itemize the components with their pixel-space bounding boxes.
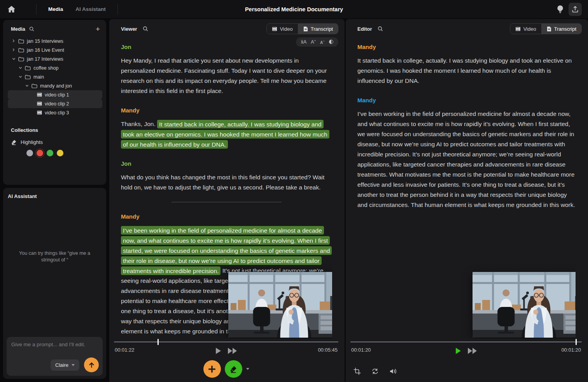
transcript-text[interactable]: I’ve been working in the field of person… [357, 110, 575, 208]
chevron-icon[interactable] [25, 84, 29, 88]
media-panel: Media + jan 15 Interviewsjan 16 Live Eve… [3, 20, 106, 185]
ai-prompt-input[interactable] [11, 342, 98, 357]
tree-item-label: coffee shop [33, 65, 58, 71]
play-icon[interactable] [216, 348, 221, 354]
viewer-playhead[interactable] [158, 339, 159, 345]
highlight-options-caret-icon[interactable] [246, 368, 249, 370]
contrast-icon[interactable] [329, 40, 333, 44]
add-to-editor-button[interactable] [203, 360, 221, 378]
play-icon[interactable] [456, 348, 461, 354]
tree-folder-jan-15-interviews[interactable]: jan 15 Interviews [8, 37, 102, 46]
editor-timeline-track[interactable] [350, 342, 582, 342]
font-increase-icon[interactable]: A+ [311, 39, 316, 45]
chevron-icon[interactable] [18, 75, 22, 79]
divider [36, 4, 37, 14]
transcript-paragraph[interactable]: Thanks, Jon. It started back in college,… [121, 119, 332, 149]
search-icon[interactable] [143, 26, 148, 32]
tree-clip-video-clip-3[interactable]: video clip 3 [8, 108, 102, 117]
sidebar: Media + jan 15 Interviewsjan 16 Live Eve… [0, 19, 108, 382]
tree-clip-video-clip-1[interactable]: video clip 1 [8, 90, 102, 99]
editor-playhead[interactable] [576, 339, 577, 345]
divider [117, 4, 118, 14]
film-icon [515, 27, 521, 31]
search-icon[interactable] [29, 26, 34, 32]
tab-media[interactable]: Media [42, 6, 69, 12]
transcript-text[interactable]: Thanks, Jon. [121, 121, 157, 127]
viewer-view-toggle: Video Transcript [266, 23, 338, 34]
ai-assistant-panel: AI Assistant You can try things like “gi… [3, 188, 106, 379]
add-media-button[interactable]: + [96, 25, 100, 33]
tree-item-label: video clip 1 [45, 92, 69, 98]
viewer-video-tab[interactable]: Video [267, 24, 298, 34]
tree-item-label: jan 16 Live Event [27, 47, 64, 53]
viewer-video-thumbnail[interactable] [228, 272, 332, 338]
chevron-icon[interactable] [12, 48, 16, 52]
model-select-button[interactable]: Claire [51, 359, 79, 371]
tree-item-label: mandy and jon [40, 83, 72, 89]
swap-icon[interactable] [371, 368, 379, 375]
collection-label: Highlights [21, 139, 43, 145]
chevron-icon[interactable] [18, 66, 22, 70]
editor-video-thumbnail[interactable] [472, 272, 576, 338]
highlight-button[interactable] [225, 360, 242, 378]
media-panel-title: Media [11, 26, 25, 32]
menu-icon[interactable] [22, 6, 31, 12]
tree-folder-coffee-shop[interactable]: coffee shop [8, 63, 102, 72]
tree-folder-mandy-and-jon[interactable]: mandy and jon [8, 81, 102, 90]
highlight-color-dot-2[interactable] [47, 150, 53, 156]
send-prompt-button[interactable] [84, 357, 99, 372]
editor-video-tab[interactable]: Video [510, 24, 541, 34]
tree-item-label: jan 17 Interviews [27, 56, 63, 62]
editor-transcript-tab[interactable]: Transcript [541, 24, 581, 34]
document-icon [303, 26, 308, 32]
home-icon[interactable] [8, 6, 15, 12]
video-tab-label: Video [523, 26, 536, 32]
fast-forward-icon[interactable] [468, 348, 477, 354]
transcript-tab-label: Transcript [311, 26, 333, 32]
transcript-text[interactable]: It started back in college, actually. I … [357, 57, 572, 84]
chevron-icon[interactable] [12, 39, 16, 43]
speaker-label: Mandy [121, 105, 332, 116]
volume-icon[interactable] [389, 368, 397, 375]
transcript-text[interactable]: What do you think has changed the most i… [121, 174, 324, 191]
tree-folder-main[interactable]: main [8, 72, 102, 81]
transcript-paragraph[interactable]: Hey Mandy, I read that article you sent … [121, 56, 332, 96]
model-name: Claire [55, 362, 68, 368]
tree-item-label: video clip 2 [45, 101, 69, 107]
document-icon [547, 26, 551, 32]
folder-icon [18, 48, 24, 53]
project-title: Personalized Medicine Documentary [245, 6, 343, 12]
editor-title: Editor [357, 26, 372, 32]
transcript-paragraph[interactable]: What do you think has changed the most i… [121, 172, 332, 193]
collection-highlights[interactable]: Highlights [11, 139, 102, 145]
highlight-color-dots [26, 150, 102, 156]
transcript-tab-label: Transcript [554, 26, 576, 32]
font-decrease-icon[interactable]: A− [320, 40, 325, 44]
editor-footer: 00:01:20 00:01:20 [350, 338, 582, 382]
tab-ai-assistant[interactable]: AI Assistant [69, 6, 112, 12]
tree-folder-jan-17-interviews[interactable]: jan 17 Interviews [8, 54, 102, 63]
chevron-icon[interactable] [12, 57, 16, 61]
transcript-text[interactable]: Hey Mandy, I read that article you sent … [121, 57, 327, 94]
fast-forward-icon[interactable] [228, 348, 237, 354]
lightbulb-icon[interactable] [557, 5, 563, 13]
highlight-color-dot-0[interactable] [26, 150, 33, 156]
highlight-color-dot-3[interactable] [57, 150, 63, 156]
crop-icon[interactable] [354, 368, 361, 375]
text-size-icon[interactable]: x̄A [301, 40, 307, 45]
search-icon[interactable] [378, 26, 383, 32]
lab-scene-illustration [472, 272, 576, 338]
viewer-title: Viewer [121, 26, 137, 32]
editor-view-toggle: Video Transcript [510, 23, 582, 34]
editor-total-time: 00:01:20 [561, 347, 581, 353]
plus-icon [208, 365, 216, 373]
tree-clip-video-clip-2[interactable]: video clip 2 [8, 99, 102, 108]
viewer-transcript-tab[interactable]: Transcript [298, 24, 338, 34]
viewer-timeline-track[interactable] [114, 342, 338, 342]
transcript-paragraph[interactable]: I’ve been working in the field of person… [357, 109, 576, 210]
highlight-color-dot-1[interactable] [37, 150, 43, 156]
upload-icon[interactable] [569, 3, 582, 16]
folder-icon [25, 66, 31, 70]
transcript-paragraph[interactable]: It started back in college, actually. I … [357, 56, 576, 86]
tree-folder-jan-16-live-event[interactable]: jan 16 Live Event [8, 46, 102, 54]
